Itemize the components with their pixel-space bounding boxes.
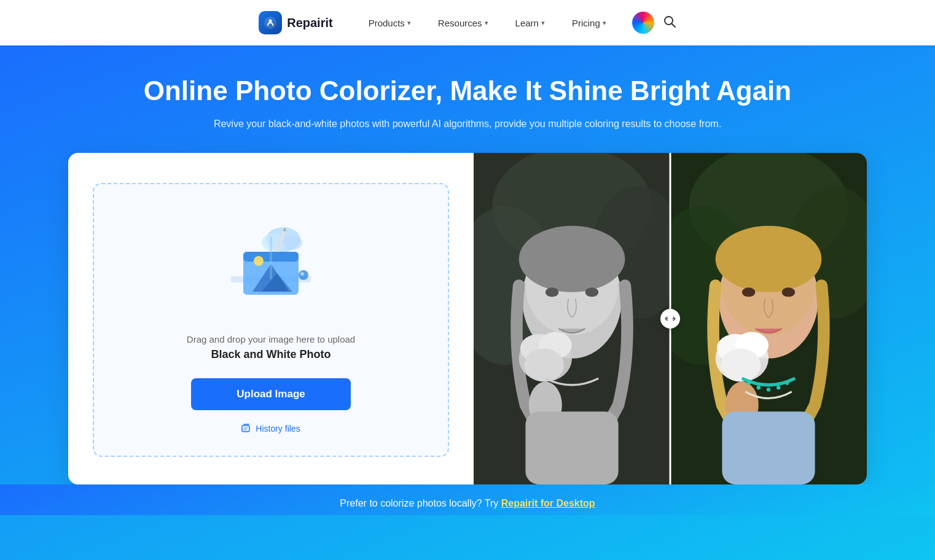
svg-point-40 (716, 226, 822, 292)
svg-point-42 (782, 287, 796, 297)
svg-rect-53 (722, 411, 815, 484)
hero-section: Online Photo Colorizer, Make It Shine Br… (0, 45, 935, 560)
preview-panel (474, 153, 867, 484)
hero-subtitle: Revive your black-and-white photos with … (0, 119, 935, 130)
navbar: Repairit Products ▾ Resources ▾ Learn ▾ … (0, 0, 935, 45)
svg-point-25 (519, 226, 625, 292)
svg-line-3 (671, 23, 675, 27)
search-icon[interactable] (663, 15, 676, 31)
history-icon (241, 424, 251, 434)
bottom-bar-text: Prefer to colorize photos locally? Try (340, 498, 501, 508)
svg-rect-33 (525, 411, 618, 484)
svg-rect-18 (242, 426, 249, 432)
hero-title: Online Photo Colorizer, Make It Shine Br… (0, 75, 935, 107)
learn-chevron-icon: ▾ (541, 19, 545, 27)
svg-point-12 (283, 235, 302, 250)
products-chevron-icon: ▾ (407, 19, 411, 27)
user-avatar[interactable] (632, 12, 654, 34)
resources-chevron-icon: ▾ (485, 19, 488, 27)
main-card: Drag and drop your image here to upload … (68, 153, 867, 484)
svg-point-1 (269, 20, 272, 23)
svg-rect-17 (270, 236, 272, 279)
nav-resources-label: Resources (438, 18, 482, 28)
upload-dropzone[interactable]: Drag and drop your image here to upload … (93, 183, 449, 457)
drag-hint-text: Drag and drop your image here to upload (187, 334, 355, 344)
nav-pricing[interactable]: Pricing ▾ (558, 0, 620, 45)
preview-bw-side (474, 153, 670, 484)
svg-point-26 (546, 287, 559, 297)
svg-point-48 (746, 381, 750, 384)
brand-name: Repairit (287, 16, 332, 30)
split-handle[interactable] (660, 309, 680, 329)
nav-products[interactable]: Products ▾ (355, 0, 424, 45)
upload-illustration (213, 203, 329, 319)
nav-learn-label: Learn (515, 18, 539, 28)
upload-panel: Drag and drop your image here to upload … (68, 153, 474, 484)
svg-point-41 (742, 287, 756, 297)
nav-products-label: Products (369, 18, 405, 28)
svg-point-51 (777, 386, 780, 389)
preview-color-side (670, 153, 867, 484)
bottom-bar: Prefer to colorize photos locally? Try R… (0, 484, 935, 515)
upload-image-button[interactable]: Upload Image (191, 378, 351, 410)
svg-point-46 (721, 348, 761, 381)
svg-point-16 (300, 272, 304, 276)
desktop-link[interactable]: Repairit for Desktop (501, 498, 595, 508)
svg-point-9 (254, 256, 264, 266)
preview-split (474, 153, 867, 484)
pricing-chevron-icon: ▾ (603, 19, 606, 27)
history-files-link[interactable]: History files (241, 424, 300, 434)
nav-pricing-label: Pricing (572, 18, 600, 28)
svg-point-31 (524, 348, 564, 381)
svg-point-49 (757, 386, 761, 389)
svg-point-52 (785, 381, 789, 384)
svg-point-27 (585, 287, 599, 297)
svg-point-50 (767, 387, 770, 391)
nav-learn[interactable]: Learn ▾ (502, 0, 558, 45)
brand-icon (259, 11, 282, 34)
brand-logo-area[interactable]: Repairit (259, 11, 332, 34)
nav-resources[interactable]: Resources ▾ (424, 0, 502, 45)
history-files-label: History files (256, 424, 300, 434)
file-type-text: Black and White Photo (211, 348, 331, 361)
